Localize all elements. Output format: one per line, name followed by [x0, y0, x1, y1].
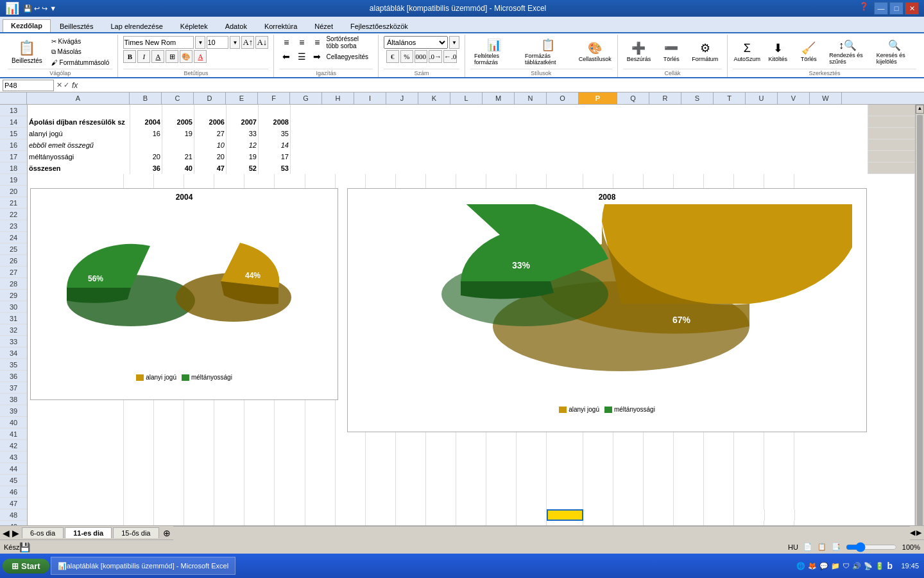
taskbar-icon-2[interactable]: 🦊 — [808, 562, 817, 570]
cell-17-C[interactable]: 21 — [162, 151, 194, 162]
cell-46-C[interactable] — [154, 486, 184, 498]
taskbar-excel-app[interactable]: 📊 alaptáblák [kompatibilis üzemmód] - Mi… — [51, 557, 235, 575]
col-header-J[interactable]: J — [386, 92, 418, 104]
col-header-H[interactable]: H — [322, 92, 354, 104]
cell-46-N[interactable] — [486, 486, 517, 498]
row-header-30[interactable]: 30 — [0, 301, 27, 313]
cell-49-I[interactable] — [336, 521, 366, 525]
autosum-btn[interactable]: Σ AutoSzum — [733, 40, 761, 64]
sheet-nav-next[interactable]: ▶ — [12, 528, 19, 538]
cell-49-A[interactable] — [28, 521, 124, 525]
cell-46-R[interactable] — [613, 486, 644, 498]
cell-44-A[interactable] — [28, 463, 124, 475]
cell-48-W[interactable] — [765, 509, 795, 521]
cell-43-K[interactable] — [396, 451, 426, 463]
cell-45-E[interactable] — [214, 475, 244, 486]
cell-15-D[interactable]: 27 — [194, 128, 227, 139]
row-header-34[interactable]: 34 — [0, 347, 27, 359]
formula-confirm-btn[interactable]: ✓ — [64, 81, 69, 89]
cell-42-K[interactable] — [396, 440, 426, 451]
sort-btn[interactable]: ↕🔍 Rendezés és szűrés — [825, 37, 870, 67]
cell-43-S[interactable] — [644, 451, 674, 463]
cell-45-R[interactable] — [613, 475, 644, 486]
cell-47-O[interactable] — [517, 498, 547, 509]
cell-48-A[interactable] — [28, 509, 124, 521]
cell-45-C[interactable] — [154, 475, 184, 486]
row-header-24[interactable]: 24 — [0, 232, 27, 243]
cell-45-H[interactable] — [305, 475, 336, 486]
cell-47-H[interactable] — [305, 498, 336, 509]
formula-input[interactable] — [80, 82, 921, 89]
cell-46-I[interactable] — [336, 486, 366, 498]
col-header-N[interactable]: N — [515, 92, 547, 104]
zoom-slider[interactable] — [846, 542, 897, 552]
align-top-center-btn[interactable]: ≡ — [295, 36, 309, 49]
cell-49-O[interactable] — [517, 521, 547, 525]
start-button[interactable]: ⊞ Start — [3, 559, 49, 574]
cell-42-T[interactable] — [674, 440, 704, 451]
conditional-format-btn[interactable]: 📊 Feltételes formázás — [470, 36, 518, 67]
row-header-33[interactable]: 33 — [0, 336, 27, 347]
cell-45-rest[interactable] — [794, 475, 914, 486]
cell-46-E[interactable] — [214, 486, 244, 498]
align-right-btn[interactable]: ➡ — [310, 50, 324, 63]
cell-43-M[interactable] — [456, 451, 486, 463]
cell-19-L[interactable] — [426, 174, 456, 186]
row-header-26[interactable]: 26 — [0, 255, 27, 267]
cell-18-E[interactable]: 52 — [227, 162, 259, 174]
cell-45-L[interactable] — [426, 475, 456, 486]
cell-48-G[interactable] — [275, 509, 305, 521]
cell-47-I[interactable] — [336, 498, 366, 509]
col-header-B[interactable]: B — [130, 92, 162, 104]
merge-btn[interactable]: Cellaegyesítés — [325, 50, 369, 63]
cell-45-A[interactable] — [28, 475, 124, 486]
cell-42-G[interactable] — [275, 440, 305, 451]
row-header-42[interactable]: 42 — [0, 440, 27, 451]
cell-44-T[interactable] — [674, 463, 704, 475]
cell-45-D[interactable] — [184, 475, 214, 486]
cell-45-I[interactable] — [336, 475, 366, 486]
cell-45-V[interactable] — [734, 475, 764, 486]
cell-46-M[interactable] — [456, 486, 486, 498]
align-center-btn[interactable]: ☰ — [295, 50, 309, 63]
cell-17-B[interactable]: 20 — [130, 151, 162, 162]
cell-19-S[interactable] — [644, 174, 674, 186]
cell-48-P[interactable] — [547, 509, 583, 521]
cell-19-O[interactable] — [517, 174, 547, 186]
row-header-43[interactable]: 43 — [0, 451, 27, 463]
cell-49-rest[interactable] — [794, 521, 914, 525]
cell-46-F[interactable] — [244, 486, 275, 498]
col-header-W[interactable]: W — [810, 92, 842, 104]
row-header-15[interactable]: 15 — [0, 128, 27, 139]
cell-44-C[interactable] — [154, 463, 184, 475]
cell-43-A[interactable] — [28, 451, 124, 463]
tab-insert[interactable]: Beillesztés — [51, 20, 102, 32]
corner-cell[interactable] — [0, 92, 27, 104]
col-header-S[interactable]: S — [681, 92, 714, 104]
cell-16-rest[interactable] — [291, 139, 868, 151]
cell-47-C[interactable] — [154, 498, 184, 509]
cell-43-N[interactable] — [486, 451, 517, 463]
cell-15-C[interactable]: 19 — [162, 128, 194, 139]
cell-44-U[interactable] — [704, 463, 734, 475]
cell-19-F[interactable] — [244, 174, 275, 186]
row-header-41[interactable]: 41 — [0, 428, 27, 440]
cell-42-P[interactable] — [547, 440, 583, 451]
cell-44-J[interactable] — [366, 463, 396, 475]
cell-19-N[interactable] — [486, 174, 517, 186]
font-name-dropdown[interactable]: ▼ — [195, 36, 205, 49]
cell-45-S[interactable] — [644, 475, 674, 486]
row-header-47[interactable]: 47 — [0, 498, 27, 509]
cell-44-P[interactable] — [547, 463, 583, 475]
cell-ref-input[interactable] — [3, 80, 54, 91]
cell-43-Q[interactable] — [583, 451, 613, 463]
cell-48-B[interactable] — [124, 509, 154, 521]
cell-15-B[interactable]: 16 — [130, 128, 162, 139]
scroll-up-btn[interactable]: ▲ — [916, 105, 924, 114]
cell-45-T[interactable] — [674, 475, 704, 486]
cell-42-J[interactable] — [366, 440, 396, 451]
row-header-19[interactable]: 19 — [0, 174, 27, 186]
cell-48-R[interactable] — [613, 509, 644, 521]
col-header-Q[interactable]: Q — [617, 92, 649, 104]
cell-49-E[interactable] — [214, 521, 244, 525]
